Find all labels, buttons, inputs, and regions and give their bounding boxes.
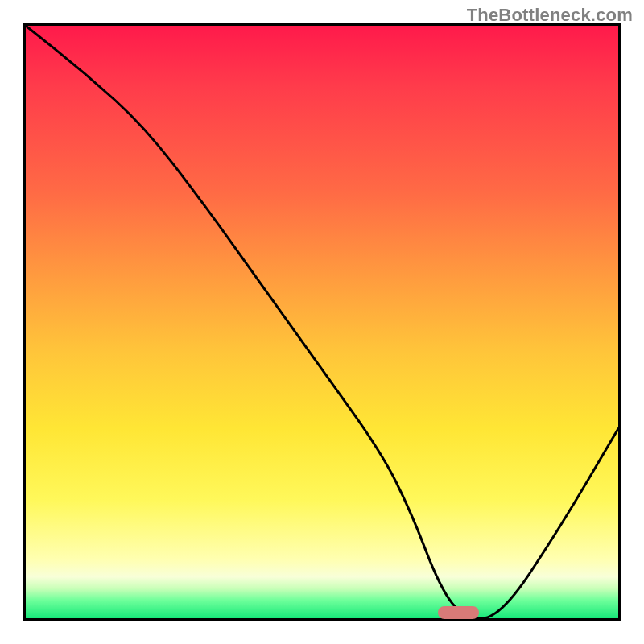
chart-plot-area	[23, 23, 621, 621]
optimal-range-marker	[438, 606, 480, 619]
bottleneck-curve	[26, 26, 618, 618]
